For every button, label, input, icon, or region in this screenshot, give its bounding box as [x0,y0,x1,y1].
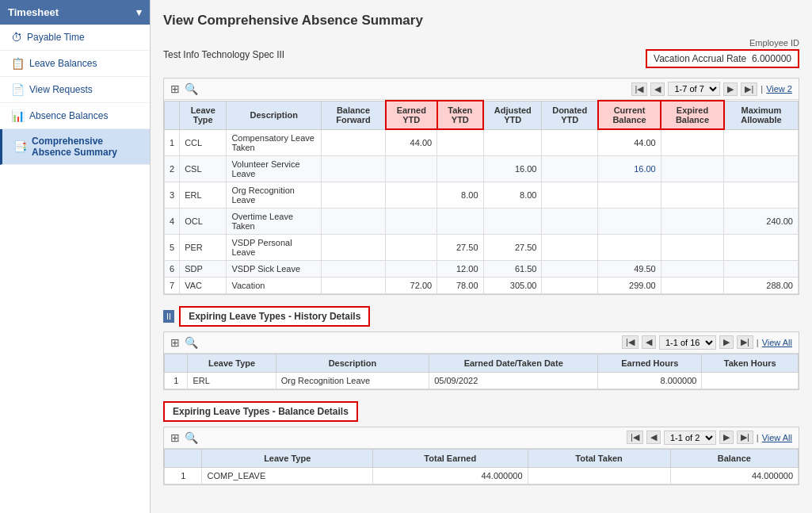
date: 05/09/2022 [429,372,598,389]
history-search-icon[interactable]: 🔍 [185,336,198,349]
row-num: 1 [165,467,202,484]
description: Vacation [227,277,322,293]
sidebar-item-leave-balances[interactable]: 📋 Leave Balances [0,51,150,77]
leave-type: COMP_LEAVE [202,467,372,484]
history-page-select[interactable]: 1-1 of 16 [659,335,716,350]
balance-table: Leave Type Total Earned Total Taken Bala… [164,449,799,484]
expired-balance [661,129,724,155]
history-first-btn[interactable]: |◀ [622,335,639,349]
adjusted-ytd: 8.00 [483,182,542,208]
balance-prev-btn[interactable]: ◀ [646,431,661,444]
balance-view-link[interactable]: View All [762,433,792,442]
sidebar-item-view-requests[interactable]: 📄 View Requests [0,77,150,103]
grid-icon[interactable]: ⊞ [170,82,180,95]
maximum-allowable: 240.00 [724,208,799,234]
table-row: 3 ERL Org Recognition Leave 8.00 8.00 [165,182,799,208]
description: VSDP Sick Leave [227,260,322,277]
h-col-leave-type: Leave Type [188,354,276,372]
payable-time-icon: ⏱ [11,31,22,44]
description: Volunteer Service Leave [227,155,322,182]
current-balance: 16.00 [598,155,661,182]
taken-ytd: 12.00 [437,260,483,277]
donated-ytd [542,208,598,234]
row-num: 5 [165,234,180,260]
page-select[interactable]: 1-7 of 7 [668,82,720,96]
view-requests-icon: 📄 [11,83,25,96]
maximum-allowable [724,182,799,208]
col-description: Description [227,101,322,129]
history-view-link[interactable]: View All [762,338,792,347]
balance-forward [322,277,386,293]
col-num [165,101,180,129]
main-table-toolbar: ⊞ 🔍 |◀ ◀ 1-7 of 7 ▶ ▶| | View 2 [164,78,799,100]
description: VSDP Personal Leave [227,234,322,260]
balance-page-select[interactable]: 1-1 of 2 [664,431,716,445]
col-maximum-allowable: Maximum Allowable [724,101,799,129]
search-icon[interactable]: 🔍 [185,82,198,95]
vacation-rate-value: 6.000000 [752,53,791,64]
current-balance: 299.00 [598,277,661,293]
row-num: 3 [165,182,180,208]
col-donated-ytd: Donated YTD [542,101,598,129]
balance-separator: | [757,433,759,442]
view-link[interactable]: View 2 [766,84,792,94]
balance-forward [322,260,386,277]
current-balance [598,208,661,234]
earned-ytd [386,155,437,182]
table-row: 1 CCL Compensatory Leave Taken 44.00 44.… [165,129,799,155]
col-balance-forward: Balance Forward [322,101,386,129]
balance-last-btn[interactable]: ▶| [737,431,753,444]
b-col-num [165,449,202,467]
sidebar-item-payable-time[interactable]: ⏱ Payable Time [0,25,150,51]
row-num: 1 [165,372,188,389]
leave-type: CSL [180,155,227,182]
taken-ytd [437,155,483,182]
prev-page-btn[interactable]: ◀ [650,82,665,96]
history-table-toolbar: ⊞ 🔍 |◀ ◀ 1-1 of 16 ▶ ▶| | View All [164,332,799,354]
balance-search-icon[interactable]: 🔍 [185,431,198,444]
history-next-btn[interactable]: ▶ [719,335,734,349]
table-row: 4 OCL Overtime Leave Taken 240.00 [165,208,799,234]
table-row: 2 CSL Volunteer Service Leave 16.00 16.0… [165,155,799,182]
sidebar-item-comprehensive-label: Comprehensive Absence Summary [32,136,142,158]
sidebar-item-absence-balances[interactable]: 📊 Absence Balances [0,103,150,129]
balance-first-btn[interactable]: |◀ [627,431,643,444]
history-grid-icon[interactable]: ⊞ [170,336,180,349]
history-table-section: ⊞ 🔍 |◀ ◀ 1-1 of 16 ▶ ▶| | View All Leave… [163,331,799,390]
history-toolbar-left: ⊞ 🔍 [170,336,198,349]
donated-ytd [542,129,598,155]
sidebar-chevron-icon: ▾ [136,6,142,18]
history-last-btn[interactable]: ▶| [737,335,753,349]
leave-type: CCL [180,129,227,155]
adjusted-ytd: 305.00 [483,277,542,293]
b-col-total-earned: Total Earned [372,449,528,467]
leave-type: ERL [180,182,227,208]
b-col-leave-type: Leave Type [202,449,372,467]
sidebar-header[interactable]: Timesheet ▾ [0,0,150,25]
last-page-btn[interactable]: ▶| [741,82,757,96]
h-col-description: Description [276,354,429,372]
history-prev-btn[interactable]: ◀ [642,335,656,349]
balance-grid-icon[interactable]: ⊞ [170,431,180,444]
vacation-rate-box: Vacation Accrual Rate 6.000000 [646,49,799,68]
history-separator: | [757,338,759,347]
description: Org Recognition Leave [227,182,322,208]
next-page-btn[interactable]: ▶ [723,82,738,96]
history-table: Leave Type Description Earned Date/Taken… [164,354,799,389]
col-adjusted-ytd: Adjusted YTD [483,101,542,129]
taken-ytd: 27.50 [437,234,483,260]
balance-next-btn[interactable]: ▶ [719,431,734,444]
maximum-allowable [724,129,799,155]
history-collapse-btn[interactable]: II [163,310,174,323]
sidebar-item-comprehensive-absence-summary[interactable]: 📑 Comprehensive Absence Summary [0,129,150,165]
earned-ytd [386,234,437,260]
row-num: 1 [165,129,180,155]
sidebar-item-leave-balances-label: Leave Balances [29,58,97,69]
balance-forward [322,182,386,208]
earned-hours: 8.000000 [598,372,702,389]
adjusted-ytd [483,129,542,155]
expired-balance [661,208,724,234]
first-page-btn[interactable]: |◀ [631,82,648,96]
sidebar-item-absence-balances-label: Absence Balances [29,110,108,121]
table-row: 1 ERL Org Recognition Leave 05/09/2022 8… [165,372,799,389]
